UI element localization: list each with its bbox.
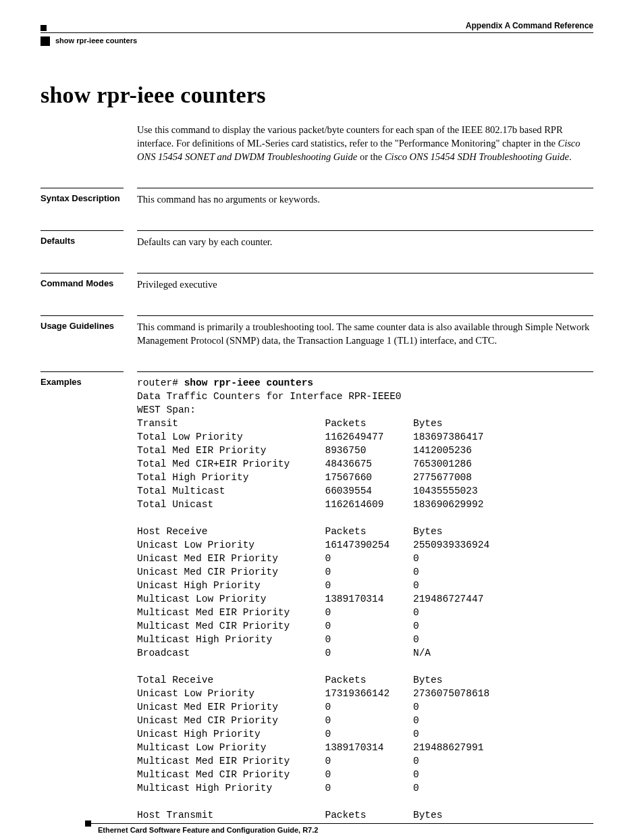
page-title: show rpr-ieee counters	[41, 80, 593, 111]
appendix-label-text: Appendix A	[466, 21, 510, 30]
section-label-usage: Usage Guidelines	[41, 315, 124, 347]
header-square-icon	[41, 25, 47, 31]
section-syntax: Syntax Description This command has no a…	[41, 188, 593, 206]
page-footer: Ethernet Card Software Feature and Confi…	[41, 823, 593, 834]
section-label-defaults: Defaults	[41, 230, 124, 249]
page-header: Appendix A Command Reference	[41, 20, 593, 33]
intro-italic-2: Cisco ONS 15454 SDH Troubleshooting Guid…	[385, 151, 569, 162]
section-examples: Examples router# show rpr-ieee counters …	[41, 371, 593, 822]
section-body-syntax: This command has no arguments or keyword…	[137, 188, 593, 206]
section-defaults: Defaults Defaults can vary by each count…	[41, 230, 593, 249]
appendix-label: Appendix A Command Reference	[466, 20, 593, 31]
footer-doc-title: Ethernet Card Software Feature and Confi…	[98, 825, 593, 834]
section-modes: Command Modes Privileged executive	[41, 273, 593, 291]
section-body-examples: router# show rpr-ieee counters Data Traf…	[137, 371, 593, 822]
intro-after: .	[569, 151, 572, 162]
appendix-title-text: Command Reference	[512, 21, 593, 30]
footer-rule	[86, 823, 593, 824]
section-body-defaults: Defaults can vary by each counter.	[137, 230, 593, 249]
section-body-modes: Privileged executive	[137, 273, 593, 291]
section-label-examples: Examples	[41, 371, 124, 822]
intro-mid: or the	[357, 151, 385, 162]
intro-text-1: Use this command to display the various …	[137, 124, 563, 149]
breadcrumb: show rpr-ieee counters	[41, 36, 593, 46]
intro-paragraph: Use this command to display the various …	[137, 123, 593, 163]
section-label-syntax: Syntax Description	[41, 188, 124, 206]
breadcrumb-square-icon	[41, 36, 50, 46]
section-body-usage: This command is primarily a troubleshoot…	[137, 315, 593, 347]
header-left	[41, 25, 47, 31]
breadcrumb-text: show rpr-ieee counters	[55, 36, 137, 46]
section-usage: Usage Guidelines This command is primari…	[41, 315, 593, 347]
section-label-modes: Command Modes	[41, 273, 124, 291]
